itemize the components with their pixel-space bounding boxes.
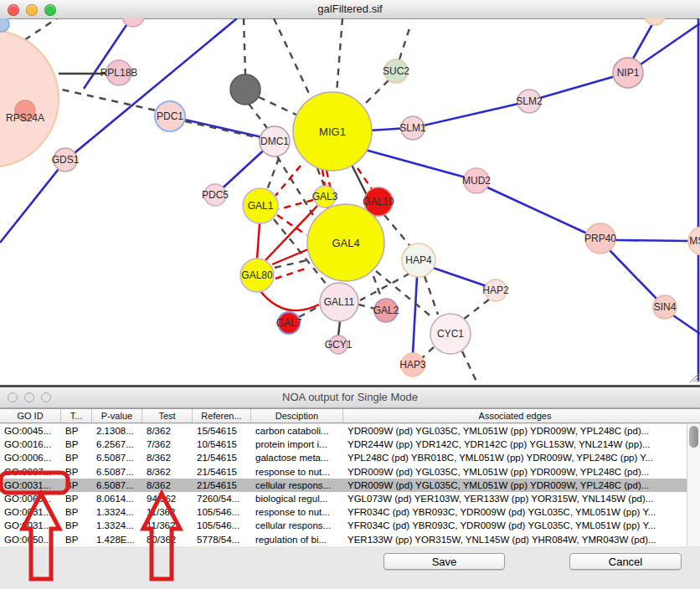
node-big-left-node[interactable] bbox=[0, 30, 59, 167]
network-window: galFiltered.sif RPL18BRPS24AGDS1PDC1PDC5… bbox=[0, 0, 700, 385]
node-gal80[interactable]: GAL80 bbox=[240, 259, 274, 292]
column-header-referen-[interactable]: Referen... bbox=[193, 409, 251, 423]
edge-blue bbox=[430, 267, 486, 286]
node-hap2[interactable]: HAP2 bbox=[482, 279, 509, 301]
cell-referen-: 7260/54... bbox=[193, 492, 251, 505]
cell-go-id: GO:0031... bbox=[0, 505, 61, 519]
node-label: GAL3 bbox=[312, 191, 338, 202]
node-mud2[interactable]: MUD2 bbox=[462, 168, 491, 193]
cell-referen-: 105/546... bbox=[193, 505, 251, 519]
cell-test: 8/362 bbox=[142, 424, 193, 438]
cell-test: 7/362 bbox=[142, 438, 193, 451]
node-dmc1[interactable]: DMC1 bbox=[260, 126, 290, 156]
node-gcy1[interactable]: GCY1 bbox=[325, 335, 353, 354]
cell-desciption: carbon cataboli... bbox=[251, 424, 343, 438]
table-row[interactable]: GO:0065...BP8.0614...94/3627260/54...bio… bbox=[0, 492, 687, 505]
table-row[interactable]: GO:0031...BP6.5087...8/36221/54615cellul… bbox=[0, 479, 687, 492]
column-header-desciption[interactable]: Desciption bbox=[251, 409, 343, 423]
cell-associated-edges: YGL073W (pd) YER103W, YER133W (pp) YOR31… bbox=[343, 492, 687, 505]
node-label: PDC1 bbox=[157, 110, 183, 122]
node-suc2[interactable]: SUC2 bbox=[383, 59, 409, 83]
node-label: SUC2 bbox=[383, 65, 409, 77]
cell-referen-: 21/54615 bbox=[193, 465, 251, 479]
node-label: SLM2 bbox=[516, 95, 543, 107]
column-header-p-value[interactable]: P-value bbox=[92, 409, 142, 423]
node-tiny-blue-node[interactable] bbox=[0, 18, 9, 32]
node-rpl18b[interactable]: RPL18B bbox=[100, 60, 138, 85]
edge-redq bbox=[260, 291, 319, 310]
table-row[interactable]: GO:0050...BP1.428E...80/3625778/54...reg… bbox=[0, 533, 687, 546]
table-row[interactable]: GO:0007...BP6.5087...8/36221/54615respon… bbox=[0, 465, 687, 479]
node-hap4[interactable]: HAP4 bbox=[402, 243, 435, 277]
node-label: GAL10 bbox=[363, 196, 394, 207]
node-label: DMC1 bbox=[260, 136, 289, 147]
node-gal3[interactable]: GAL3 bbox=[312, 186, 338, 207]
cell-go-id: GO:0007... bbox=[0, 465, 61, 479]
node-mig1[interactable]: MIG1 bbox=[293, 92, 372, 171]
cancel-button[interactable]: Cancel bbox=[569, 553, 682, 570]
node-gray-node[interactable] bbox=[230, 74, 260, 105]
cell-p-value: 1.428E... bbox=[92, 533, 142, 546]
node-msl1[interactable]: MSL1 bbox=[688, 227, 700, 255]
cell-associated-edges: YDR009W (pd) YGL035C, YML051W (pp) YDR00… bbox=[343, 479, 687, 492]
cell-desciption: cellular respons... bbox=[251, 479, 343, 492]
cell-t-: BP bbox=[61, 465, 92, 479]
cell-referen-: 21/54615 bbox=[193, 479, 251, 492]
node-gal1[interactable]: GAL1 bbox=[243, 188, 278, 223]
node-slm2[interactable]: SLM2 bbox=[516, 90, 543, 113]
node-label: NIP1 bbox=[617, 67, 640, 79]
edge-red bbox=[257, 223, 260, 259]
node-gal2[interactable]: GAL2 bbox=[373, 299, 399, 322]
table-row[interactable]: GO:0016...BP6.2567...7/36210/54615protei… bbox=[0, 438, 687, 451]
cell-go-id: GO:0050... bbox=[0, 533, 61, 546]
column-header-test[interactable]: Test bbox=[142, 409, 193, 423]
network-canvas[interactable]: RPL18BRPS24AGDS1PDC1PDC5DMC1MIG1SUC2SLM1… bbox=[0, 18, 700, 383]
edge-blue bbox=[615, 240, 688, 241]
save-button[interactable]: Save bbox=[383, 553, 505, 570]
column-header-go-id[interactable]: GO ID bbox=[0, 409, 61, 423]
edge-blue bbox=[633, 24, 652, 59]
noa-output-window: NOA output for Single Mode GO IDT...P-va… bbox=[0, 385, 700, 589]
node-slm1[interactable]: SLM1 bbox=[399, 116, 426, 140]
node-label: GAL2 bbox=[373, 305, 399, 316]
column-header-t-[interactable]: T... bbox=[61, 409, 92, 423]
node-cyc1[interactable]: CYC1 bbox=[430, 314, 471, 354]
edge-dash bbox=[366, 80, 389, 103]
cell-p-value: 6.5087... bbox=[92, 465, 142, 479]
cell-p-value: 1.3324... bbox=[92, 519, 142, 532]
cell-t-: BP bbox=[61, 438, 92, 451]
node-sin4[interactable]: SIN4 bbox=[653, 295, 677, 319]
edge-dash bbox=[274, 18, 311, 97]
table-header: GO IDT...P-valueTestReferen...Desciption… bbox=[0, 408, 700, 423]
vertical-scrollbar[interactable] bbox=[687, 424, 700, 546]
edge-dash bbox=[463, 300, 489, 320]
node-gal4[interactable]: GAL4 bbox=[307, 204, 384, 281]
column-header-associated-edges[interactable]: Associated edges bbox=[343, 409, 687, 423]
node-gal7[interactable]: GAL7 bbox=[276, 312, 302, 334]
edge-dash bbox=[249, 104, 267, 128]
table-row[interactable]: GO:0031...BP1.3324...11/362105/546...res… bbox=[0, 505, 687, 519]
network-window-titlebar[interactable]: galFiltered.sif bbox=[0, 0, 700, 19]
node-label: MUD2 bbox=[462, 175, 491, 187]
edge-dark bbox=[338, 321, 340, 335]
cell-associated-edges: YFR034C (pd) YBR093C, YDR009W (pd) YGL03… bbox=[343, 505, 687, 519]
cell-test: 11/362 bbox=[142, 519, 193, 532]
node-gal11[interactable]: GAL11 bbox=[320, 283, 358, 321]
cell-desciption: response to nut... bbox=[251, 505, 343, 519]
scrollbar-thumb[interactable] bbox=[689, 426, 698, 448]
node-top-right-cut-node[interactable] bbox=[644, 18, 666, 25]
node-label: SIN4 bbox=[654, 301, 677, 313]
noa-window-titlebar[interactable]: NOA output for Single Mode bbox=[0, 387, 700, 408]
cell-t-: BP bbox=[61, 479, 92, 492]
table-row[interactable]: GO:0031...BP1.3324...11/362105/546...cel… bbox=[0, 519, 687, 532]
table-body: GO:0045...BP2.1308...8/36215/54615carbon… bbox=[0, 424, 687, 546]
table-row[interactable]: GO:0045...BP2.1308...8/36215/54615carbon… bbox=[0, 424, 687, 438]
node-pdc1[interactable]: PDC1 bbox=[155, 101, 185, 131]
node-prp40[interactable]: PRP40 bbox=[584, 223, 616, 254]
cell-desciption: cellular respons... bbox=[251, 519, 343, 532]
cell-associated-edges: YFR034C (pd) YBR093C, YDR009W (pd) YGL03… bbox=[343, 519, 687, 532]
node-nip1[interactable]: NIP1 bbox=[613, 58, 643, 88]
edge-dash bbox=[267, 158, 279, 190]
table-row[interactable]: GO:0006...BP6.5087...8/36221/54615galact… bbox=[0, 451, 687, 464]
cell-p-value: 8.0614... bbox=[92, 492, 142, 505]
